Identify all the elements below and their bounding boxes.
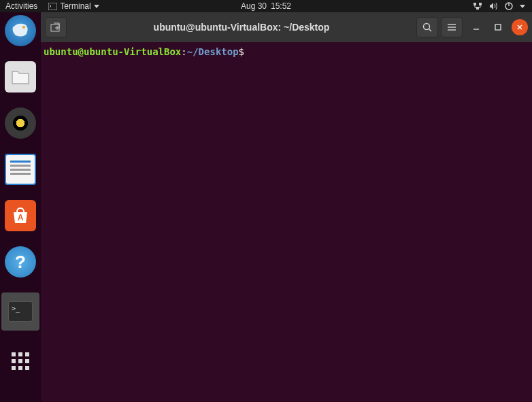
dock-writer-icon[interactable]: [5, 154, 36, 185]
volume-icon: [489, 2, 498, 10]
prompt-colon: :: [181, 46, 186, 57]
dock-files-icon[interactable]: [5, 61, 36, 93]
minimize-button[interactable]: [468, 19, 484, 35]
dock-software-icon[interactable]: A: [5, 200, 36, 231]
system-tray[interactable]: [473, 2, 532, 10]
svg-point-6: [22, 26, 25, 29]
svg-rect-2: [479, 3, 482, 5]
question-mark-icon: ?: [15, 252, 26, 273]
apps-grid-icon: [12, 352, 29, 370]
svg-rect-0: [48, 3, 57, 10]
svg-rect-17: [495, 24, 501, 30]
chevron-down-icon: [94, 5, 99, 8]
window-title: ubuntu@ubuntu-VirtualBox: ~/Desktop: [69, 22, 414, 33]
new-tab-button[interactable]: [45, 17, 67, 37]
terminal-window: ubuntu@ubuntu-VirtualBox: ~/Desktop ubun…: [41, 12, 532, 402]
svg-point-11: [424, 24, 430, 30]
svg-rect-1: [473, 3, 476, 5]
date-label: Aug 30: [241, 1, 267, 11]
dock-rhythmbox-icon[interactable]: [5, 107, 36, 139]
close-icon: [516, 24, 523, 31]
clock[interactable]: Aug 30 15:52: [241, 1, 291, 11]
gnome-topbar: Activities Terminal Aug 30 15:52: [0, 0, 532, 12]
new-tab-icon: [50, 22, 61, 32]
minimize-icon: [473, 24, 480, 31]
search-icon: [422, 22, 432, 32]
terminal-body[interactable]: ubuntu@ubuntu-VirtualBox:~/Desktop$: [41, 42, 532, 402]
close-button[interactable]: [512, 19, 528, 35]
search-button[interactable]: [416, 17, 438, 37]
terminal-small-icon: [48, 3, 57, 10]
chevron-down-icon: [520, 5, 525, 8]
shopping-bag-icon: A: [11, 207, 30, 224]
prompt-path: ~/Desktop: [187, 46, 239, 57]
window-titlebar: ubuntu@ubuntu-VirtualBox: ~/Desktop: [41, 12, 532, 42]
maximize-button[interactable]: [490, 19, 506, 35]
maximize-icon: [495, 24, 501, 31]
prompt-dollar: $: [239, 46, 244, 57]
svg-line-12: [429, 29, 432, 32]
dock: A ? >_: [0, 12, 41, 402]
dock-help-icon[interactable]: ?: [5, 246, 36, 278]
activities-button[interactable]: Activities: [0, 0, 43, 12]
terminal-icon: >_: [8, 301, 33, 322]
hamburger-menu-button[interactable]: [441, 17, 463, 37]
activities-label: Activities: [5, 1, 37, 11]
thunderbird-icon: [10, 20, 31, 41]
folder-icon: [11, 69, 30, 85]
app-menu-label: Terminal: [60, 1, 90, 11]
hamburger-icon: [447, 23, 456, 31]
power-icon: [505, 2, 513, 10]
prompt-user-host: ubuntu@ubuntu-VirtualBox: [44, 46, 181, 57]
time-label: 15:52: [271, 1, 291, 11]
svg-text:A: A: [18, 213, 24, 222]
dock-show-apps-icon[interactable]: [5, 346, 36, 377]
dock-thunderbird-icon[interactable]: [5, 15, 36, 46]
app-menu-button[interactable]: Terminal: [43, 0, 104, 12]
dock-terminal-icon[interactable]: >_: [1, 292, 39, 331]
network-icon: [473, 2, 482, 10]
